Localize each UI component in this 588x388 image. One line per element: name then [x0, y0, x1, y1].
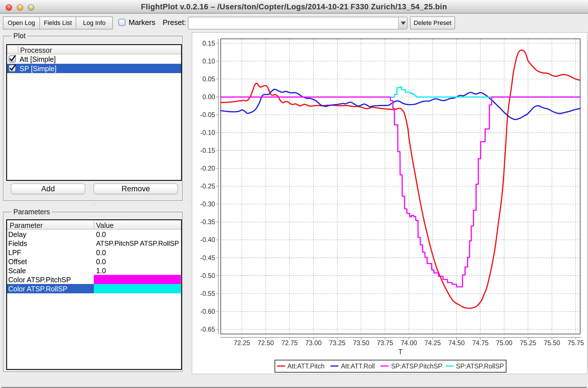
svg-text:-0.50: -0.50: [200, 272, 215, 279]
svg-text:74.75: 74.75: [472, 339, 489, 347]
svg-text:73.50: 73.50: [353, 339, 370, 347]
svg-text:-0.45: -0.45: [200, 254, 215, 262]
svg-text:0.15: 0.15: [202, 40, 215, 47]
svg-text:-0.15: -0.15: [200, 147, 215, 154]
svg-text:-0.30: -0.30: [200, 200, 215, 208]
svg-text:72.75: 72.75: [281, 339, 298, 347]
svg-text:75.50: 75.50: [544, 339, 560, 347]
svg-text:-0.35: -0.35: [200, 218, 215, 226]
svg-text:73.00: 73.00: [305, 339, 322, 347]
svg-text:73.25: 73.25: [329, 339, 345, 347]
svg-text:72.50: 72.50: [258, 339, 274, 347]
svg-text:-0.05: -0.05: [200, 111, 215, 118]
svg-text:-0.10: -0.10: [200, 129, 215, 136]
svg-text:Att:ATT.Roll: Att:ATT.Roll: [341, 362, 375, 370]
svg-text:SP:ATSP.PitchSP: SP:ATSP.PitchSP: [391, 362, 442, 370]
svg-text:73.75: 73.75: [377, 339, 393, 347]
svg-text:74.25: 74.25: [424, 339, 441, 347]
svg-text:0.05: 0.05: [202, 75, 215, 83]
svg-text:T: T: [398, 348, 402, 356]
svg-text:74.50: 74.50: [448, 339, 465, 347]
svg-text:Att:ATT.Pitch: Att:ATT.Pitch: [287, 362, 324, 370]
svg-text:-0.40: -0.40: [200, 236, 215, 243]
svg-text:-0.20: -0.20: [200, 165, 215, 172]
svg-text:75.00: 75.00: [496, 339, 513, 347]
svg-text:75.25: 75.25: [520, 339, 536, 347]
svg-text:-0.25: -0.25: [200, 183, 215, 190]
svg-text:74.00: 74.00: [401, 339, 417, 347]
svg-text:75.75: 75.75: [568, 339, 584, 347]
svg-text:0.10: 0.10: [202, 58, 215, 65]
svg-text:SP:ATSP.RollSP: SP:ATSP.RollSP: [456, 362, 504, 370]
svg-text:0.00: 0.00: [202, 93, 215, 101]
svg-text:-0.65: -0.65: [200, 326, 215, 333]
svg-text:-0.60: -0.60: [200, 308, 215, 315]
svg-text:72.25: 72.25: [234, 339, 250, 347]
svg-text:-0.55: -0.55: [200, 290, 215, 297]
